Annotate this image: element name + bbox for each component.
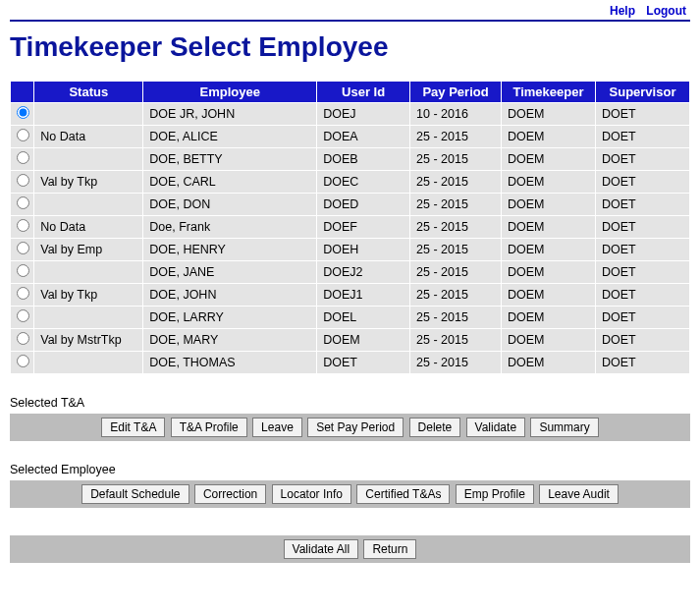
selected-ta-button-bar: Edit T&A T&A Profile Leave Set Pay Perio… bbox=[10, 414, 690, 441]
col-header-supervisor: Supervisor bbox=[595, 82, 689, 103]
row-select-radio[interactable] bbox=[17, 174, 29, 187]
cell-user-id: DOEH bbox=[317, 239, 410, 261]
selected-employee-button-bar: Default Schedule Correction Locator Info… bbox=[10, 480, 690, 508]
cell-supervisor: DOET bbox=[595, 352, 689, 374]
row-select-radio[interactable] bbox=[17, 106, 29, 119]
row-select-radio[interactable] bbox=[17, 264, 29, 277]
cell-status bbox=[34, 194, 143, 216]
cell-timekeeper: DOEM bbox=[502, 148, 596, 171]
row-select-cell bbox=[11, 352, 34, 374]
cell-timekeeper: DOEM bbox=[502, 239, 596, 261]
col-header-pay-period: Pay Period bbox=[410, 82, 502, 103]
table-row: DOE JR, JOHNDOEJ10 - 2016DOEMDOET bbox=[11, 103, 690, 126]
row-select-cell bbox=[11, 284, 34, 307]
cell-status bbox=[34, 307, 143, 329]
cell-user-id: DOEC bbox=[317, 171, 410, 194]
summary-button[interactable]: Summary bbox=[530, 418, 598, 437]
logout-link[interactable]: Logout bbox=[646, 4, 686, 18]
help-link[interactable]: Help bbox=[610, 4, 635, 18]
cell-status: Val by Emp bbox=[34, 239, 143, 261]
top-links-bar: Help Logout bbox=[10, 4, 690, 20]
cell-status: Val by Tkp bbox=[34, 171, 143, 194]
return-button[interactable]: Return bbox=[363, 539, 416, 559]
cell-pay-period: 25 - 2015 bbox=[410, 261, 502, 284]
cell-user-id: DOEB bbox=[317, 148, 410, 171]
cell-pay-period: 25 - 2015 bbox=[410, 307, 502, 329]
row-select-radio[interactable] bbox=[17, 355, 29, 367]
row-select-radio[interactable] bbox=[17, 219, 29, 232]
cell-pay-period: 25 - 2015 bbox=[410, 216, 502, 239]
row-select-radio[interactable] bbox=[17, 287, 29, 300]
default-schedule-button[interactable]: Default Schedule bbox=[81, 484, 188, 504]
cell-status: No Data bbox=[34, 126, 143, 148]
row-select-cell bbox=[11, 103, 34, 126]
row-select-radio[interactable] bbox=[17, 151, 29, 164]
table-row: DOE, DONDOED25 - 2015DOEMDOET bbox=[11, 194, 690, 216]
table-row: Val by MstrTkpDOE, MARYDOEM25 - 2015DOEM… bbox=[11, 329, 690, 352]
cell-user-id: DOEA bbox=[317, 126, 410, 148]
cell-employee: DOE, ALICE bbox=[143, 126, 317, 148]
row-select-cell bbox=[11, 126, 34, 148]
header-divider bbox=[10, 20, 690, 22]
cell-status bbox=[34, 261, 143, 284]
leave-audit-button[interactable]: Leave Audit bbox=[539, 484, 619, 504]
cell-status bbox=[34, 352, 143, 374]
cell-employee: Doe, Frank bbox=[143, 216, 317, 239]
row-select-radio[interactable] bbox=[17, 309, 29, 322]
col-header-status: Status bbox=[34, 82, 143, 103]
cell-supervisor: DOET bbox=[595, 329, 689, 352]
row-select-radio[interactable] bbox=[17, 129, 29, 141]
cell-pay-period: 25 - 2015 bbox=[410, 126, 502, 148]
validate-all-button[interactable]: Validate All bbox=[284, 539, 358, 559]
cell-pay-period: 25 - 2015 bbox=[410, 171, 502, 194]
col-header-user-id: User Id bbox=[317, 82, 410, 103]
table-row: No DataDoe, FrankDOEF25 - 2015DOEMDOET bbox=[11, 216, 690, 239]
cell-supervisor: DOET bbox=[595, 103, 689, 126]
delete-button[interactable]: Delete bbox=[409, 418, 461, 437]
cell-user-id: DOEM bbox=[317, 329, 410, 352]
correction-button[interactable]: Correction bbox=[194, 484, 266, 504]
cell-timekeeper: DOEM bbox=[502, 171, 596, 194]
validate-button[interactable]: Validate bbox=[466, 418, 525, 437]
row-select-radio[interactable] bbox=[17, 242, 29, 254]
cell-supervisor: DOET bbox=[595, 261, 689, 284]
selected-employee-label: Selected Employee bbox=[10, 463, 690, 476]
cell-employee: DOE, CARL bbox=[143, 171, 317, 194]
row-select-radio[interactable] bbox=[17, 196, 29, 209]
row-select-cell bbox=[11, 329, 34, 352]
cell-employee: DOE, THOMAS bbox=[143, 352, 317, 374]
cell-supervisor: DOET bbox=[595, 284, 689, 307]
row-select-cell bbox=[11, 307, 34, 329]
row-select-cell bbox=[11, 194, 34, 216]
cell-pay-period: 25 - 2015 bbox=[410, 194, 502, 216]
table-row: Val by TkpDOE, CARLDOEC25 - 2015DOEMDOET bbox=[11, 171, 690, 194]
cell-employee: DOE, MARY bbox=[143, 329, 317, 352]
certified-t-as-button[interactable]: Certified T&As bbox=[356, 484, 450, 504]
set-pay-period-button[interactable]: Set Pay Period bbox=[307, 418, 404, 437]
cell-pay-period: 25 - 2015 bbox=[410, 329, 502, 352]
cell-employee: DOE, JANE bbox=[143, 261, 317, 284]
cell-user-id: DOEJ1 bbox=[317, 284, 410, 307]
row-select-radio[interactable] bbox=[17, 332, 29, 345]
cell-employee: DOE, BETTY bbox=[143, 148, 317, 171]
t-a-profile-button[interactable]: T&A Profile bbox=[171, 418, 247, 437]
cell-user-id: DOEJ2 bbox=[317, 261, 410, 284]
cell-user-id: DOET bbox=[317, 352, 410, 374]
cell-timekeeper: DOEM bbox=[502, 284, 596, 307]
employee-table: Status Employee User Id Pay Period Timek… bbox=[10, 81, 690, 374]
cell-timekeeper: DOEM bbox=[502, 216, 596, 239]
cell-employee: DOE JR, JOHN bbox=[143, 103, 317, 126]
cell-user-id: DOEF bbox=[317, 216, 410, 239]
table-row: DOE, LARRYDOEL25 - 2015DOEMDOET bbox=[11, 307, 690, 329]
locator-info-button[interactable]: Locator Info bbox=[272, 484, 351, 504]
row-select-cell bbox=[11, 239, 34, 261]
cell-pay-period: 10 - 2016 bbox=[410, 103, 502, 126]
edit-t-a-button[interactable]: Edit T&A bbox=[101, 418, 165, 437]
col-header-radio bbox=[11, 82, 34, 103]
leave-button[interactable]: Leave bbox=[252, 418, 302, 437]
emp-profile-button[interactable]: Emp Profile bbox=[456, 484, 534, 504]
cell-employee: DOE, DON bbox=[143, 194, 317, 216]
cell-status: No Data bbox=[34, 216, 143, 239]
cell-supervisor: DOET bbox=[595, 126, 689, 148]
cell-timekeeper: DOEM bbox=[502, 329, 596, 352]
